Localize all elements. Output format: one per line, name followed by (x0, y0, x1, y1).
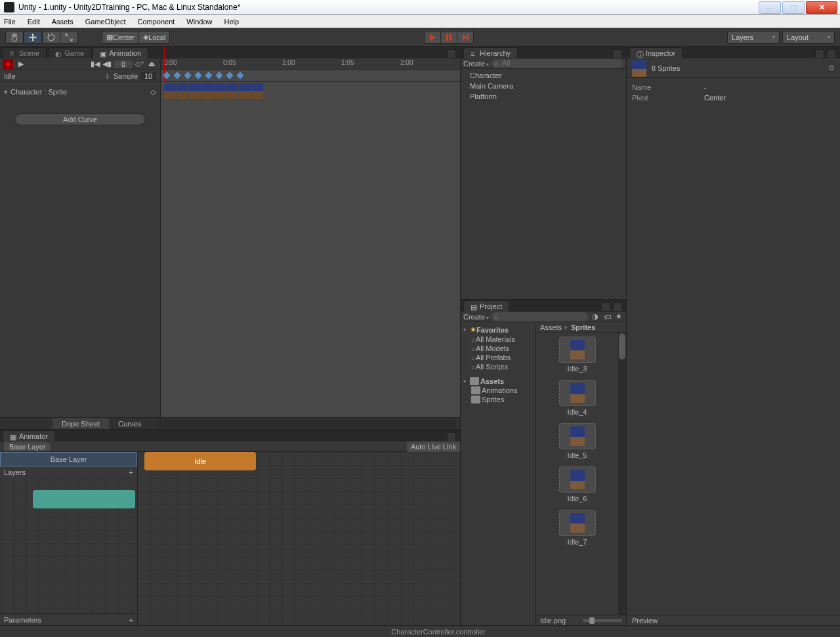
project-search-input[interactable] (492, 312, 588, 321)
favorite-item[interactable]: ⌕All Prefabs (462, 353, 534, 362)
menu-file[interactable]: File (4, 18, 16, 26)
folder-item[interactable]: Sprites (462, 395, 534, 404)
preview-header[interactable]: Preview (627, 615, 840, 625)
auto-live-link-button[interactable]: Auto Live Link (407, 442, 460, 452)
sample-value-field[interactable]: 10 (140, 72, 156, 80)
asset-item[interactable]: Idle_7 (555, 510, 600, 546)
anim-first-frame-button[interactable]: ▮◀ (91, 60, 100, 69)
timeline-ruler[interactable]: 0:00 0:05 1:00 1:05 2:00 (161, 58, 460, 70)
tab-hierarchy[interactable]: ≡Hierarchy (463, 47, 518, 58)
menu-edit[interactable]: Edit (28, 18, 40, 26)
breadcrumb-item[interactable]: Sprites (571, 323, 595, 331)
folder-item[interactable]: Animations (462, 386, 534, 395)
anim-property-row[interactable]: ▾ Character : Sprite ◇ (4, 86, 156, 98)
record-button[interactable] (3, 59, 13, 70)
add-parameter-button[interactable]: + (129, 616, 133, 624)
panel-menu-button[interactable] (613, 49, 622, 58)
window-close-button[interactable]: ✕ (806, 1, 837, 14)
panel-lock-button[interactable] (815, 49, 824, 58)
unity-icon (4, 2, 14, 12)
anim-add-event-button[interactable]: ⏏ (147, 60, 156, 69)
curves-tab[interactable]: Curves (109, 418, 150, 429)
tab-scene[interactable]: #Scene (3, 47, 47, 58)
window-minimize-button[interactable]: — (759, 1, 781, 14)
window-maximize-button[interactable]: ▢ (782, 1, 805, 14)
play-button[interactable] (424, 31, 441, 44)
favorite-item[interactable]: ⌕All Materials (462, 335, 534, 344)
project-create-button[interactable]: Create (463, 313, 489, 321)
asset-item[interactable]: Idle_4 (555, 380, 600, 417)
hierarchy-create-button[interactable]: Create (463, 60, 489, 68)
hierarchy-item[interactable]: Main Camera (461, 81, 626, 91)
keyframe[interactable] (194, 72, 201, 79)
panel-menu-button[interactable] (447, 49, 456, 58)
tab-animation[interactable]: ▣Animation (93, 47, 148, 58)
asset-item[interactable]: Idle_5 (555, 423, 600, 460)
asset-item[interactable]: Idle_3 (555, 337, 600, 373)
pause-button[interactable] (441, 31, 457, 44)
keyframe[interactable] (236, 72, 243, 79)
add-curve-button[interactable]: Add Curve (14, 113, 146, 125)
pivot-center-button[interactable]: ▦ Center (102, 31, 139, 44)
animator-idle-state-node[interactable]: Idle (144, 452, 256, 470)
layers-dropdown[interactable]: Layers (727, 31, 780, 44)
step-button[interactable] (457, 31, 474, 44)
panel-menu-button[interactable] (613, 302, 622, 312)
rotate-tool-button[interactable] (42, 31, 60, 44)
pivot-local-button[interactable]: ◈ Local (139, 31, 170, 44)
animator-layer-item[interactable]: Base Layer (0, 452, 137, 466)
menu-bar: File Edit Assets GameObject Component Wi… (0, 15, 840, 28)
menu-help[interactable]: Help (224, 18, 239, 26)
hierarchy-item[interactable]: Platform (461, 91, 626, 102)
animation-icon: ▣ (100, 50, 106, 56)
animator-breadcrumb[interactable]: Base Layer (4, 442, 51, 451)
dope-sheet-tab[interactable]: Dope Sheet (52, 418, 109, 429)
hierarchy-search-input[interactable]: All (492, 59, 623, 68)
animator-any-state-node[interactable] (33, 490, 135, 508)
panel-menu-button[interactable] (447, 432, 456, 442)
move-tool-button[interactable] (24, 31, 42, 44)
menu-gameobject[interactable]: GameObject (85, 18, 126, 26)
save-search-button[interactable]: ★ (614, 312, 623, 321)
search-by-type-button[interactable]: ◑ (591, 312, 600, 321)
inspector-settings-button[interactable]: ⚙ (828, 64, 835, 72)
add-layer-button[interactable]: + (129, 468, 133, 476)
asset-item[interactable]: Idle_6 (555, 466, 600, 503)
panel-menu-button[interactable] (827, 49, 836, 58)
keyframe[interactable] (205, 72, 212, 79)
menu-window[interactable]: Window (186, 18, 212, 26)
thumbnail-size-slider[interactable] (583, 619, 622, 622)
anim-play-button[interactable]: ▶ (16, 59, 26, 70)
menu-component[interactable]: Component (137, 18, 175, 26)
frame-number-field[interactable]: 0 (114, 60, 133, 68)
tab-animator[interactable]: ▦Animator (3, 430, 55, 442)
tab-game[interactable]: ◐Game (48, 47, 91, 58)
keyframe[interactable] (163, 72, 170, 79)
search-by-label-button[interactable]: 🏷 (602, 312, 612, 321)
anim-prev-frame-button[interactable]: ◀▮ (102, 60, 112, 69)
timeline-body[interactable] (161, 82, 460, 417)
panel-lock-button[interactable] (601, 302, 610, 312)
keyframe[interactable] (226, 72, 233, 79)
scale-tool-button[interactable] (60, 31, 78, 44)
project-scrollbar[interactable] (618, 333, 626, 615)
anim-clip-dropdown[interactable]: Idle (4, 72, 106, 80)
favorite-item[interactable]: ⌕All Models (462, 344, 534, 353)
favorite-item[interactable]: ⌕All Scripts (462, 362, 534, 371)
keyframe-track[interactable] (161, 70, 460, 81)
tab-inspector[interactable]: ⓘInspector (629, 47, 682, 58)
assets-node[interactable]: ▾ Assets (462, 377, 534, 386)
menu-assets[interactable]: Assets (52, 18, 74, 26)
animator-graph-canvas[interactable]: Idle (138, 452, 460, 625)
hand-tool-button[interactable] (5, 31, 24, 44)
hierarchy-item[interactable]: Character (461, 70, 626, 81)
layout-dropdown[interactable]: Layout (782, 31, 835, 44)
keyframe[interactable] (184, 72, 191, 79)
timeline-scrollbar[interactable] (154, 420, 456, 428)
anim-next-key-button[interactable]: ◇⁺ (135, 60, 144, 69)
breadcrumb-item[interactable]: Assets (540, 323, 562, 331)
favorites-node[interactable]: ▾★ Favorites (462, 325, 534, 335)
tab-project[interactable]: ▤Project (463, 300, 509, 312)
keyframe[interactable] (215, 72, 222, 79)
keyframe[interactable] (173, 72, 180, 79)
